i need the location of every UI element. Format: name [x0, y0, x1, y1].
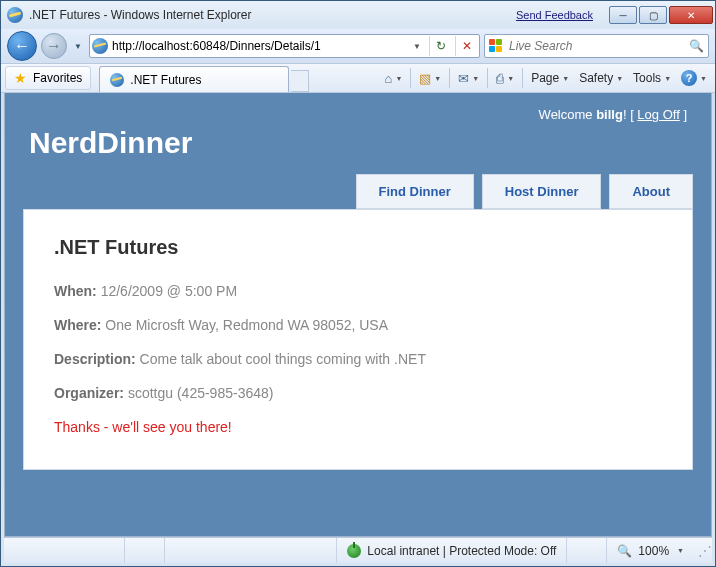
content-viewport: Welcome billg! [ Log Off ] NerdDinner Fi…	[4, 93, 712, 537]
ie-window: .NET Futures - Windows Internet Explorer…	[0, 0, 716, 567]
tab-page-icon	[110, 73, 124, 87]
status-empty-4	[566, 538, 606, 563]
stop-button[interactable]: ✕	[455, 36, 477, 56]
dinner-where: Where: One Microsft Way, Redmond WA 9805…	[54, 317, 662, 333]
forward-button[interactable]: →	[41, 33, 67, 59]
magnifier-icon: 🔍	[689, 39, 704, 53]
zoom-icon: 🔍	[617, 544, 632, 558]
search-box: 🔍	[484, 34, 709, 58]
back-button[interactable]: ←	[7, 31, 37, 61]
search-button[interactable]: 🔍	[689, 39, 704, 53]
login-status: Welcome billg! [ Log Off ]	[23, 101, 693, 122]
address-input[interactable]	[112, 39, 405, 53]
window-title: .NET Futures - Windows Internet Explorer	[29, 8, 252, 22]
browser-tab[interactable]: .NET Futures	[99, 66, 289, 92]
refresh-icon: ↻	[436, 39, 446, 53]
print-icon: ⎙	[496, 71, 504, 86]
titlebar: .NET Futures - Windows Internet Explorer…	[1, 1, 715, 29]
address-dropdown[interactable]: ▼	[409, 42, 425, 51]
welcome-prefix: Welcome	[539, 107, 597, 122]
arrow-left-icon: ←	[14, 37, 30, 55]
favorites-button[interactable]: ★ Favorites	[5, 66, 91, 90]
help-button[interactable]: ?▼	[677, 66, 711, 90]
security-zone[interactable]: Local intranet | Protected Mode: Off	[336, 538, 566, 563]
dinner-title: .NET Futures	[54, 236, 662, 259]
address-bar: ▼ ↻ ✕	[89, 34, 480, 58]
live-search-icon	[489, 39, 503, 53]
site-body: Welcome billg! [ Log Off ] NerdDinner Fi…	[5, 93, 711, 482]
stop-icon: ✕	[462, 39, 472, 53]
site-nav: Find Dinner Host Dinner About	[23, 174, 693, 209]
dinner-organizer: Organizer: scottgu (425-985-3648)	[54, 385, 662, 401]
search-input[interactable]	[509, 39, 683, 53]
chevron-down-icon: ▼	[677, 547, 684, 554]
arrow-right-icon: →	[46, 37, 62, 55]
nav-host-dinner[interactable]: Host Dinner	[482, 174, 602, 209]
ie-icon	[7, 7, 23, 23]
safety-menu[interactable]: Safety▼	[575, 66, 627, 90]
tab-title: .NET Futures	[130, 73, 201, 87]
site-logo[interactable]: NerdDinner	[23, 122, 693, 174]
dinner-when: When: 12/6/2009 @ 5:00 PM	[54, 283, 662, 299]
help-icon: ?	[681, 70, 697, 86]
read-mail-button[interactable]: ✉▼	[454, 66, 483, 90]
intranet-icon	[347, 544, 361, 558]
main-panel: .NET Futures When: 12/6/2009 @ 5:00 PM W…	[23, 209, 693, 470]
home-icon: ⌂	[385, 71, 393, 86]
zoom-value: 100%	[638, 544, 669, 558]
recent-pages-dropdown[interactable]: ▼	[71, 33, 85, 59]
welcome-suffix: !	[623, 107, 630, 122]
new-tab-button[interactable]	[291, 70, 309, 92]
tools-menu[interactable]: Tools▼	[629, 66, 675, 90]
resize-grip[interactable]: ⋰	[694, 543, 712, 559]
print-button[interactable]: ⎙▼	[492, 66, 518, 90]
zoom-control[interactable]: 🔍 100% ▼	[606, 538, 694, 563]
star-icon: ★	[14, 70, 27, 86]
nav-find-dinner[interactable]: Find Dinner	[356, 174, 474, 209]
zone-text: Local intranet | Protected Mode: Off	[367, 544, 556, 558]
feeds-button[interactable]: ▧▼	[415, 66, 445, 90]
dinner-description: Description: Come talk about cool things…	[54, 351, 662, 367]
page-icon	[92, 38, 108, 54]
logoff-link[interactable]: Log Off	[637, 107, 679, 122]
close-button[interactable]: ✕	[669, 6, 713, 24]
command-bar: ★ Favorites .NET Futures ⌂▼ ▧▼ ✉▼ ⎙▼ Pag…	[1, 63, 715, 93]
minimize-button[interactable]: ─	[609, 6, 637, 24]
home-button[interactable]: ⌂▼	[381, 66, 407, 90]
nav-row: ← → ▼ ▼ ↻ ✕ 🔍	[1, 29, 715, 63]
welcome-username: billg	[596, 107, 623, 122]
status-empty-2	[124, 538, 164, 563]
mail-icon: ✉	[458, 71, 469, 86]
send-feedback-link[interactable]: Send Feedback	[516, 9, 593, 21]
status-empty-1	[4, 538, 124, 563]
status-bar: Local intranet | Protected Mode: Off 🔍 1…	[4, 537, 712, 563]
status-empty-3	[164, 538, 336, 563]
page-menu[interactable]: Page▼	[527, 66, 573, 90]
rsvp-confirmation: Thanks - we'll see you there!	[54, 419, 662, 435]
refresh-button[interactable]: ↻	[429, 36, 451, 56]
nav-about[interactable]: About	[609, 174, 693, 209]
rss-icon: ▧	[419, 71, 431, 86]
maximize-button[interactable]: ▢	[639, 6, 667, 24]
favorites-label: Favorites	[33, 71, 82, 85]
